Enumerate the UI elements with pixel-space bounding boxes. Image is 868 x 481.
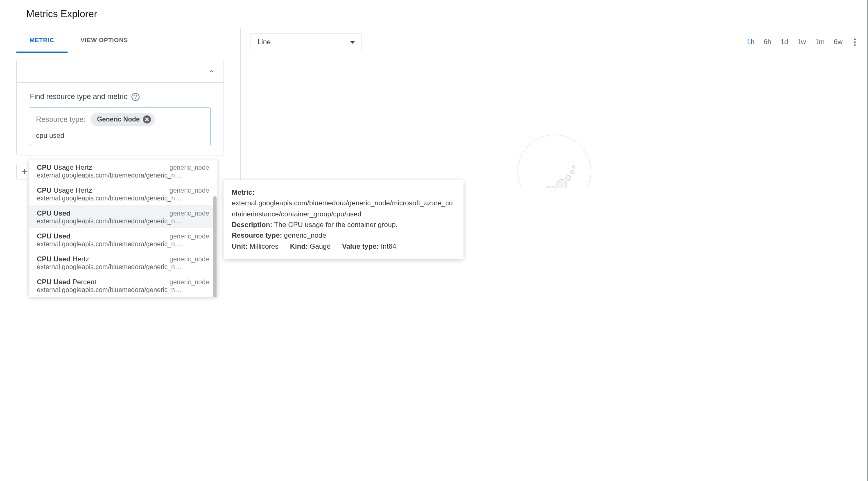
tab-view-options[interactable]: VIEW OPTIONS — [68, 28, 141, 53]
tab-metric[interactable]: METRIC — [16, 28, 68, 53]
help-icon[interactable]: ? — [131, 93, 140, 101]
time-range: 1h 6h 1d 1w 1m 6w — [747, 38, 858, 46]
metric-collapse-bar[interactable] — [16, 60, 224, 83]
time-range-1h[interactable]: 1h — [747, 38, 755, 46]
metric-tooltip: Metric: external.googleapis.com/bluemedo… — [224, 180, 463, 188]
chip-remove-icon[interactable]: ✕ — [143, 115, 151, 124]
page-title: Metrics Explorer — [26, 8, 855, 20]
empty-chart-illustration — [518, 135, 591, 188]
resource-type-label: Resource type: — [36, 115, 86, 124]
autocomplete-item-resource: generic_node — [170, 187, 209, 188]
more-options-icon[interactable] — [852, 38, 858, 46]
autocomplete-item[interactable]: CPU Usage Hertzgeneric_nodeexternal.goog… — [29, 160, 217, 182]
autocomplete-item-title: CPU Usage Hertz — [37, 164, 92, 172]
time-range-1d[interactable]: 1d — [780, 38, 788, 46]
tabs: METRIC VIEW OPTIONS — [0, 28, 240, 53]
chevron-down-icon — [350, 41, 355, 44]
autocomplete-item-path: external.googleapis.com/bluemedora/gener… — [37, 172, 209, 179]
search-label: Find resource type and metric ? — [30, 92, 210, 101]
autocomplete-item[interactable]: CPU Usage Hertzgeneric_nodeexternal.goog… — [29, 182, 217, 188]
search-label-text: Find resource type and metric — [30, 92, 127, 101]
time-range-6h[interactable]: 6h — [764, 38, 771, 46]
metric-autocomplete-dropdown: CPU Usage Hertzgeneric_nodeexternal.goog… — [29, 160, 217, 188]
metric-search-panel: Find resource type and metric ? Resource… — [16, 83, 224, 155]
chart-type-select[interactable]: Line — [251, 33, 362, 51]
time-range-1m[interactable]: 1m — [815, 38, 825, 46]
search-box[interactable]: Resource type: Generic Node ✕ — [30, 108, 210, 145]
autocomplete-item-resource: generic_node — [170, 164, 209, 171]
metric-search-input[interactable] — [36, 132, 204, 140]
chevron-up-icon — [207, 67, 215, 75]
time-range-6w[interactable]: 6w — [834, 38, 843, 46]
time-range-1w[interactable]: 1w — [797, 38, 806, 46]
right-panel: Line 1h 6h 1d 1w 1m 6w art 10:35 — [241, 28, 868, 188]
chart-type-value: Line — [258, 38, 271, 46]
chip-label: Generic Node — [97, 116, 140, 123]
autocomplete-item-title: CPU Usage Hertz — [37, 187, 92, 188]
resource-type-chip[interactable]: Generic Node ✕ — [90, 113, 155, 126]
